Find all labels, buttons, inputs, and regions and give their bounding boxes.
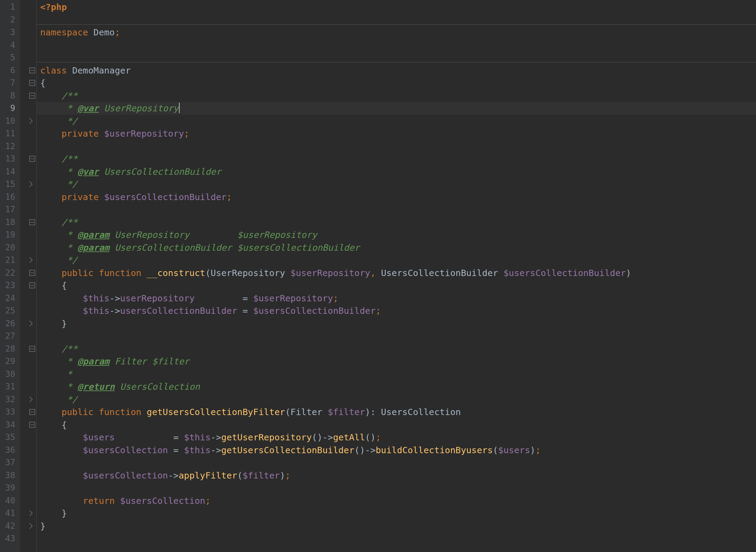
- code-line[interactable]: <?php: [37, 1, 756, 14]
- fold-open-icon[interactable]: [29, 156, 35, 162]
- code-line[interactable]: [37, 39, 756, 52]
- code-line[interactable]: }: [37, 520, 756, 533]
- code-line[interactable]: private $usersCollectionBuilder;: [37, 191, 756, 204]
- fold-open-icon[interactable]: [29, 80, 35, 86]
- fold-cell[interactable]: [20, 431, 36, 444]
- fold-cell[interactable]: [20, 419, 36, 431]
- code-line[interactable]: [37, 330, 756, 343]
- fold-open-icon[interactable]: [29, 422, 35, 428]
- fold-cell[interactable]: [20, 317, 36, 330]
- fold-close-icon[interactable]: [29, 510, 35, 516]
- code-line[interactable]: * @param UsersCollectionBuilder $usersCo…: [37, 241, 756, 254]
- code-line[interactable]: [37, 14, 756, 26]
- fold-cell[interactable]: [20, 64, 36, 77]
- code-line[interactable]: [37, 203, 756, 216]
- code-line[interactable]: {: [37, 77, 756, 89]
- code-line[interactable]: [37, 482, 756, 494]
- code-line[interactable]: $usersCollection = $this->getUsersCollec…: [37, 444, 756, 457]
- fold-cell[interactable]: [20, 1, 36, 14]
- fold-cell[interactable]: [20, 444, 36, 457]
- code-line[interactable]: * @param Filter $filter: [37, 355, 756, 368]
- code-line[interactable]: {: [37, 419, 756, 431]
- fold-cell[interactable]: [20, 406, 36, 419]
- code-line[interactable]: public function getUsersCollectionByFilt…: [37, 406, 756, 419]
- code-line[interactable]: * @var UsersCollectionBuilder: [37, 165, 756, 178]
- code-line[interactable]: /**: [37, 153, 756, 165]
- fold-cell[interactable]: [20, 14, 36, 26]
- fold-cell[interactable]: [20, 393, 36, 406]
- fold-cell[interactable]: [20, 267, 36, 279]
- code-line[interactable]: */: [37, 393, 756, 406]
- fold-cell[interactable]: [20, 520, 36, 533]
- code-line[interactable]: namespace Demo;: [37, 26, 756, 39]
- fold-cell[interactable]: [20, 178, 36, 191]
- code-line[interactable]: /**: [37, 89, 756, 102]
- fold-cell[interactable]: [20, 102, 36, 115]
- fold-cell[interactable]: [20, 330, 36, 343]
- fold-cell[interactable]: [20, 343, 36, 355]
- code-line[interactable]: */: [37, 115, 756, 128]
- fold-cell[interactable]: [20, 51, 36, 64]
- code-line[interactable]: $usersCollection->applyFilter($filter);: [37, 469, 756, 482]
- code-line[interactable]: class DemoManager: [37, 64, 756, 77]
- fold-open-icon[interactable]: [29, 67, 35, 74]
- fold-cell[interactable]: [20, 532, 36, 545]
- fold-open-icon[interactable]: [29, 282, 35, 288]
- fold-cell[interactable]: [20, 254, 36, 267]
- code-line[interactable]: private $userRepository;: [37, 127, 756, 140]
- code-line[interactable]: return $usersCollection;: [37, 494, 756, 507]
- code-line[interactable]: }: [37, 317, 756, 330]
- fold-cell[interactable]: [20, 456, 36, 469]
- code-line[interactable]: {: [37, 279, 756, 292]
- fold-open-icon[interactable]: [29, 270, 35, 276]
- fold-cell[interactable]: [20, 216, 36, 229]
- code-line[interactable]: /**: [37, 343, 756, 355]
- fold-cell[interactable]: [20, 191, 36, 204]
- fold-cell[interactable]: [20, 203, 36, 216]
- code-area[interactable]: <?phpnamespace Demo;class DemoManager{ /…: [37, 0, 756, 552]
- fold-cell[interactable]: [20, 482, 36, 494]
- fold-cell[interactable]: [20, 26, 36, 39]
- fold-cell[interactable]: [20, 292, 36, 305]
- fold-open-icon[interactable]: [29, 219, 35, 225]
- code-line[interactable]: /**: [37, 216, 756, 229]
- fold-cell[interactable]: [20, 469, 36, 482]
- fold-cell[interactable]: [20, 115, 36, 128]
- fold-open-icon[interactable]: [29, 409, 35, 415]
- fold-close-icon[interactable]: [29, 396, 35, 403]
- fold-cell[interactable]: [20, 77, 36, 89]
- fold-cell[interactable]: [20, 304, 36, 317]
- fold-close-icon[interactable]: [29, 181, 35, 187]
- code-line[interactable]: [37, 456, 756, 469]
- fold-close-icon[interactable]: [29, 257, 35, 263]
- fold-cell[interactable]: [20, 279, 36, 292]
- code-line[interactable]: $this->userRepository = $userRepository;: [37, 292, 756, 305]
- code-line[interactable]: * @var UserRepository: [37, 102, 756, 115]
- fold-cell[interactable]: [20, 140, 36, 153]
- fold-cell[interactable]: [20, 89, 36, 102]
- code-line[interactable]: */: [37, 254, 756, 267]
- code-line[interactable]: $this->usersCollectionBuilder = $usersCo…: [37, 304, 756, 317]
- code-line[interactable]: $users = $this->getUserRepository()->get…: [37, 431, 756, 444]
- fold-cell[interactable]: [20, 39, 36, 52]
- fold-close-icon[interactable]: [29, 523, 35, 529]
- code-line[interactable]: [37, 51, 756, 64]
- fold-close-icon[interactable]: [29, 118, 35, 124]
- fold-cell[interactable]: [20, 494, 36, 507]
- fold-cell[interactable]: [20, 127, 36, 140]
- fold-close-icon[interactable]: [29, 320, 35, 327]
- code-line[interactable]: [37, 140, 756, 153]
- code-line[interactable]: */: [37, 178, 756, 191]
- code-line[interactable]: public function __construct(UserReposito…: [37, 267, 756, 279]
- code-line[interactable]: [37, 532, 756, 545]
- fold-cell[interactable]: [20, 368, 36, 381]
- code-line[interactable]: *: [37, 368, 756, 381]
- fold-cell[interactable]: [20, 165, 36, 178]
- fold-cell[interactable]: [20, 507, 36, 520]
- fold-cell[interactable]: [20, 241, 36, 254]
- code-line[interactable]: }: [37, 507, 756, 520]
- fold-open-icon[interactable]: [29, 93, 35, 99]
- fold-open-icon[interactable]: [29, 346, 35, 352]
- fold-cell[interactable]: [20, 355, 36, 368]
- fold-cell[interactable]: [20, 228, 36, 241]
